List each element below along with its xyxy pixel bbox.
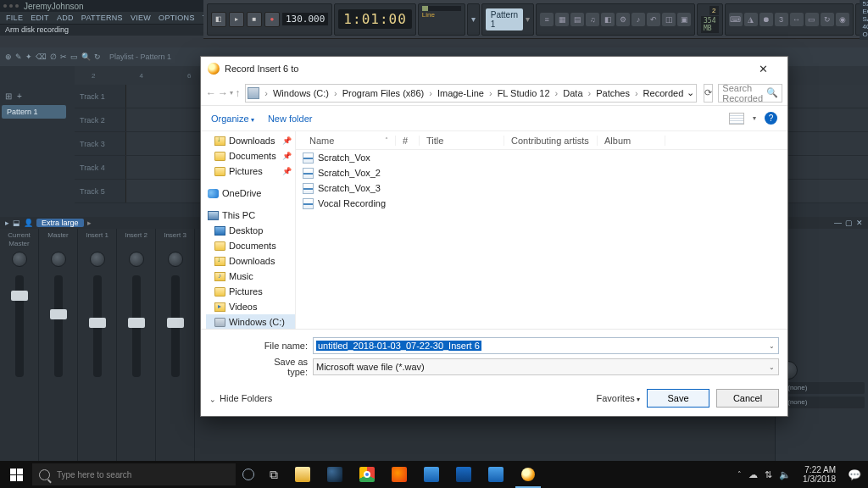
pl-tool-brush[interactable]: ✦ — [25, 53, 32, 61]
pan-knob[interactable] — [51, 252, 66, 267]
taskbar-app-store[interactable] — [480, 461, 512, 488]
pl-tool-mute[interactable]: ∅ — [50, 53, 57, 61]
close-button[interactable]: ✕ — [745, 58, 781, 79]
taskbar-app-generic[interactable] — [415, 461, 448, 488]
start-button[interactable] — [0, 461, 32, 488]
piano-roll-icon[interactable]: ▦ — [555, 13, 569, 26]
menu-file[interactable]: FILE — [3, 14, 25, 22]
search-input[interactable]: Search Recorded 🔍 — [718, 84, 782, 103]
save-button[interactable]: Save — [647, 389, 709, 408]
tree-downloads[interactable]: Downloads📌 — [206, 133, 295, 148]
taskbar-app-flstudio[interactable] — [512, 461, 544, 488]
mixer-close-icon[interactable]: ✕ — [856, 219, 863, 227]
favorites-menu[interactable]: Favorites — [597, 393, 640, 403]
filetype-select[interactable]: Microsoft wave file (*.wav) ⌄ — [313, 358, 779, 375]
wait-input-icon[interactable]: ⏺ — [760, 13, 773, 26]
plugin-icon[interactable]: ⚙ — [616, 13, 630, 26]
menu-edit[interactable]: EDIT — [28, 14, 52, 22]
metronome-icon[interactable]: ◮ — [744, 13, 758, 26]
file-row[interactable]: Scratch_Vox — [296, 150, 787, 165]
tree-pictures[interactable]: Pictures📌 — [206, 164, 295, 179]
close-all-icon[interactable]: ▣ — [677, 13, 691, 26]
address-bar[interactable]: › Windows (C:)› Program Files (x86)› Ima… — [245, 84, 697, 103]
taskbar-app-explorer[interactable] — [287, 461, 319, 488]
mixer-user-icon[interactable]: 👤 — [24, 219, 33, 227]
fx-slot-in[interactable]: ▸ (none) — [779, 382, 865, 394]
tempo-display[interactable]: 130.000 — [282, 13, 328, 25]
refresh-button[interactable]: ⟳ — [704, 84, 713, 103]
menu-view[interactable]: VIEW — [128, 14, 153, 22]
tree-pictures2[interactable]: Pictures — [206, 284, 295, 299]
pattern-add2-icon[interactable]: + — [17, 92, 22, 102]
pl-tool-select[interactable]: ▭ — [70, 53, 78, 61]
channel-rack-icon[interactable]: ▤ — [570, 13, 584, 26]
taskbar-app-firefox[interactable] — [383, 461, 415, 488]
tray-overflow-icon[interactable]: ˄ — [737, 470, 742, 479]
tree-drive-c[interactable]: Windows (C:) — [206, 314, 295, 329]
loop-rec-icon[interactable]: ↻ — [821, 13, 834, 26]
playlist-icon[interactable]: ≡ — [540, 13, 554, 26]
volume-fader[interactable] — [132, 275, 141, 377]
col-artists[interactable]: Contributing artists — [504, 136, 598, 146]
taskbar-app-chrome[interactable] — [351, 461, 383, 488]
pattern-song-toggle[interactable]: ◧ — [211, 12, 226, 27]
browser-icon[interactable]: ◧ — [601, 13, 615, 26]
volume-fader[interactable] — [93, 275, 102, 377]
stop-button[interactable]: ■ — [247, 12, 262, 27]
nav-recent-button[interactable]: ▾ — [230, 84, 233, 103]
undo-icon[interactable]: ↶ — [647, 13, 660, 26]
new-folder-button[interactable]: New folder — [268, 114, 313, 124]
nav-back-button[interactable]: ← — [206, 84, 216, 103]
global-snap[interactable]: ▾ — [471, 14, 476, 24]
pan-knob[interactable] — [129, 252, 144, 267]
pattern-clip[interactable]: Pattern 1 — [2, 105, 66, 119]
nav-up-button[interactable]: ↑ — [235, 84, 240, 103]
volume-tray-icon[interactable]: 🔈 — [779, 469, 791, 480]
filename-history-icon[interactable]: ⌄ — [769, 342, 775, 350]
volume-fader[interactable] — [15, 275, 24, 377]
menu-patterns[interactable]: PATTERNS — [79, 14, 125, 22]
network-tray-icon[interactable]: ⇅ — [765, 469, 772, 480]
taskbar-clock[interactable]: 7:22 AM 1/3/2018 — [798, 465, 841, 484]
taskbar-app-edge[interactable] — [448, 461, 480, 488]
mixer-view-icon[interactable]: ⬓ — [13, 219, 20, 227]
pattern-add-icon[interactable]: ⊞ — [5, 92, 12, 102]
task-view-button[interactable]: ⧉ — [261, 468, 287, 482]
tree-documents2[interactable]: Documents — [206, 238, 295, 253]
pl-tool-play[interactable]: ↻ — [94, 53, 101, 61]
play-button[interactable]: ▸ — [229, 12, 244, 27]
tree-downloads2[interactable]: Downloads — [206, 253, 295, 269]
mixer-icon[interactable]: ♫ — [586, 13, 599, 26]
step-icon[interactable]: ▭ — [805, 13, 819, 26]
cortana-button[interactable] — [236, 469, 261, 480]
mixer-size[interactable]: Extra large — [36, 219, 84, 227]
pan-knob[interactable] — [168, 252, 183, 267]
pl-tool-pencil[interactable]: ✎ — [15, 53, 22, 61]
col-number[interactable]: # — [396, 136, 420, 146]
col-album[interactable]: Album — [598, 136, 665, 146]
mixer-menu-icon[interactable]: ▸ — [5, 219, 9, 227]
file-row[interactable]: Scratch_Vox_2 — [296, 165, 787, 180]
file-row[interactable]: Scratch_Vox_3 — [296, 180, 787, 196]
nav-forward-button[interactable]: → — [218, 84, 228, 103]
onedrive-tray-icon[interactable]: ☁ — [748, 469, 758, 480]
taskbar-app-steam[interactable] — [319, 461, 351, 488]
file-row[interactable]: Vocal Recording — [296, 196, 787, 211]
volume-fader[interactable] — [171, 275, 180, 377]
tree-this-pc[interactable]: This PC — [206, 208, 295, 223]
tree-desktop[interactable]: Desktop — [206, 223, 295, 238]
help-button[interactable]: ? — [765, 112, 777, 125]
pan-knob[interactable] — [90, 252, 105, 267]
pl-tool-slice[interactable]: ✂ — [60, 53, 67, 61]
pl-tool-zoom[interactable]: 🔍 — [81, 53, 91, 61]
fx-slot-out[interactable]: ▸ (none) — [779, 396, 865, 408]
menu-options[interactable]: OPTIONS — [156, 14, 198, 22]
col-name[interactable]: Name˄ — [303, 136, 396, 146]
tempo-tap-icon[interactable]: ♪ — [632, 13, 645, 26]
action-center-button[interactable]: 💬 — [841, 469, 868, 481]
view-icon[interactable]: ◫ — [662, 13, 676, 26]
tree-music[interactable]: Music — [206, 269, 295, 284]
filename-input[interactable]: untitled_2018-01-03_07-22-30_Insert 6 ⌄ — [313, 337, 779, 354]
tree-videos[interactable]: Videos — [206, 299, 295, 314]
mixer-min-icon[interactable]: — — [834, 219, 842, 227]
